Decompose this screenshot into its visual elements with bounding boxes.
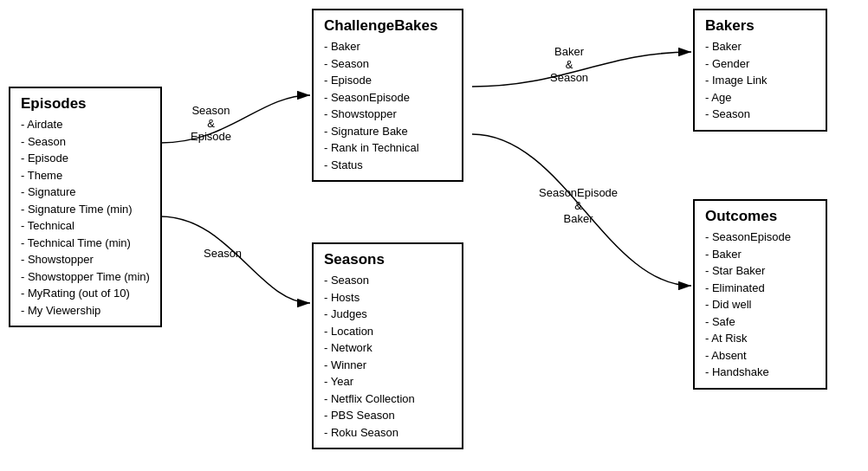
bakers-title: Bakers bbox=[705, 17, 815, 35]
challengebakes-entity: ChallengeBakes Baker Season Episode Seas… bbox=[312, 9, 463, 182]
challengebakes-fields: Baker Season Episode SeasonEpisode Shows… bbox=[324, 38, 451, 173]
outcomes-entity: Outcomes SeasonEpisode Baker Star Baker … bbox=[693, 199, 827, 390]
seasons-fields: Season Hosts Judges Location Network Win… bbox=[324, 272, 451, 441]
challengebakes-title: ChallengeBakes bbox=[324, 17, 451, 35]
bakers-entity: Bakers Baker Gender Image Link Age Seaso… bbox=[693, 9, 827, 132]
ep-to-cb-arrow bbox=[160, 95, 310, 143]
cb-to-outcomes-label: SeasonEpisode&Baker bbox=[539, 186, 618, 225]
seasons-entity: Seasons Season Hosts Judges Location Net… bbox=[312, 242, 463, 449]
episodes-title: Episodes bbox=[21, 95, 150, 113]
cb-to-bakers-label: Baker&Season bbox=[550, 45, 588, 84]
seasons-title: Seasons bbox=[324, 251, 451, 268]
ep-to-seasons-label: Season bbox=[204, 247, 242, 260]
outcomes-fields: SeasonEpisode Baker Star Baker Eliminate… bbox=[705, 229, 815, 381]
bakers-fields: Baker Gender Image Link Age Season bbox=[705, 38, 815, 123]
episodes-entity: Episodes Airdate Season Episode Theme Si… bbox=[9, 87, 162, 327]
ep-to-seasons-arrow bbox=[160, 216, 310, 303]
episodes-fields: Airdate Season Episode Theme Signature S… bbox=[21, 116, 150, 319]
outcomes-title: Outcomes bbox=[705, 208, 815, 225]
ep-to-cb-label: Season&Episode bbox=[191, 104, 231, 143]
